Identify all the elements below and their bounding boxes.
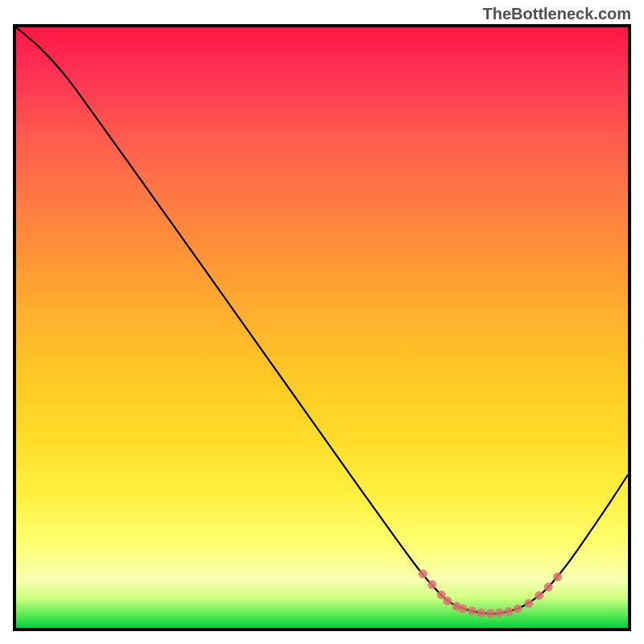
curve-marker bbox=[419, 569, 427, 578]
curve-marker bbox=[544, 583, 553, 592]
curve-marker bbox=[514, 605, 522, 613]
chart-svg bbox=[16, 27, 628, 628]
bottleneck-curve bbox=[16, 27, 628, 613]
chart-plot-area bbox=[13, 24, 631, 631]
curve-marker bbox=[443, 597, 452, 605]
curve-markers bbox=[419, 569, 562, 617]
curve-marker bbox=[486, 609, 495, 618]
curve-marker bbox=[524, 599, 533, 608]
curve-marker bbox=[427, 580, 436, 589]
curve-marker bbox=[504, 607, 513, 616]
curve-marker bbox=[477, 609, 485, 617]
watermark-text: TheBottleneck.com bbox=[483, 5, 631, 23]
curve-marker bbox=[468, 607, 477, 616]
curve-marker bbox=[553, 572, 562, 581]
curve-marker bbox=[495, 609, 504, 617]
curve-marker bbox=[458, 605, 467, 613]
curve-marker bbox=[535, 591, 543, 600]
